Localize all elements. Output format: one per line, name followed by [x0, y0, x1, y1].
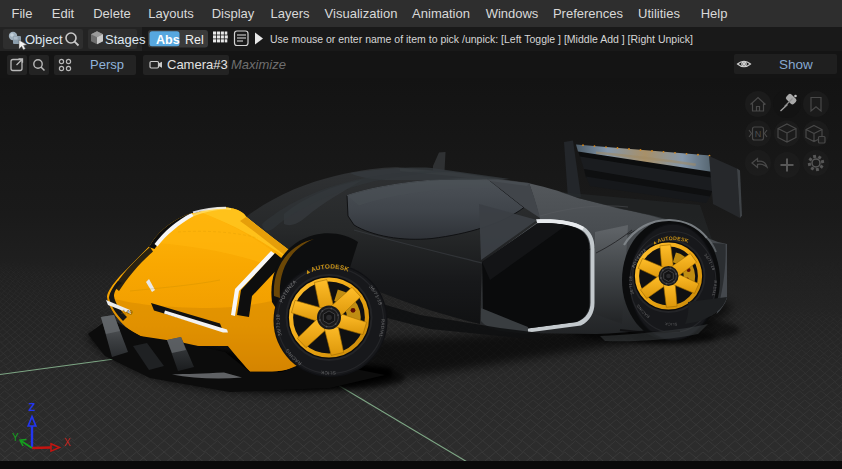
svg-text:Z: Z — [29, 401, 36, 413]
svg-text:Y: Y — [12, 432, 19, 443]
svg-text:Object: Object — [25, 32, 63, 47]
svg-text:Persp: Persp — [90, 57, 124, 72]
svg-text:N: N — [755, 129, 762, 139]
svg-text:Abs: Abs — [156, 33, 180, 47]
svg-text:Show: Show — [779, 57, 813, 72]
svg-text:Maximize: Maximize — [231, 57, 286, 72]
svg-text:Rel: Rel — [185, 33, 204, 47]
svg-text:X: X — [64, 437, 71, 448]
svg-text:Camera#3: Camera#3 — [167, 57, 228, 72]
svg-text:Stages: Stages — [105, 32, 146, 47]
